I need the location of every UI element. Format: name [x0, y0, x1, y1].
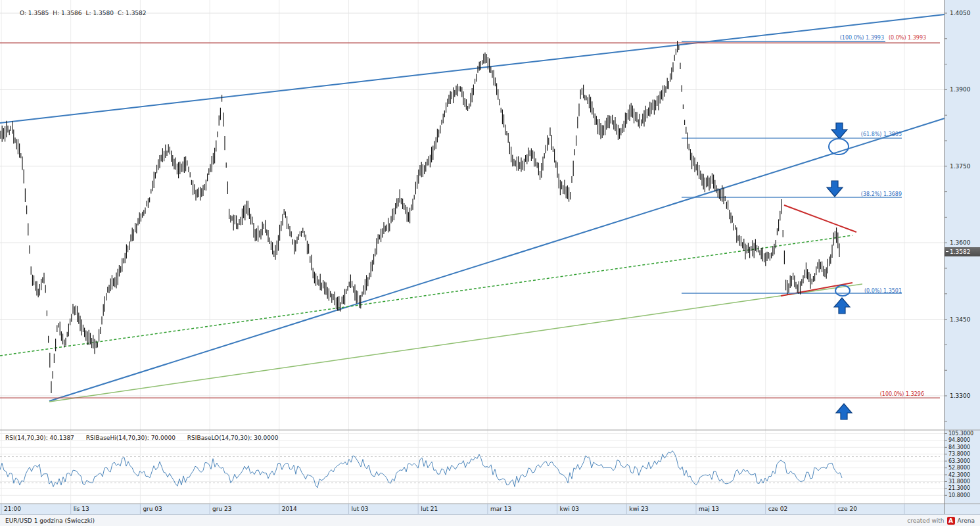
rsi-base-levels [0, 457, 940, 483]
horizontal-gridlines [0, 13, 945, 495]
time-tick-label: lut 21 [421, 506, 438, 512]
time-tick-label: lis 13 [74, 506, 89, 512]
time-tick-label: 21:00 [4, 506, 21, 512]
trading-chart-window: O: 1.3585H: 1.3586L: 1.3580C: 1.3582 RSI… [0, 0, 980, 526]
upper-channel-line[interactable] [0, 14, 945, 123]
rsi-tick-label: 105.3000 [948, 431, 973, 437]
time-tick-label: 2014 [282, 506, 297, 512]
fib-level-label: (100.0%) 1.3296 [880, 391, 924, 397]
fib-level-label: (0.0%) 1.3993 [889, 35, 926, 41]
rsi-tick-label: 21.3000 [948, 485, 970, 491]
last-price-badge: 1.3582 [945, 247, 980, 256]
rsi-value: RSIBaseHi(14,70,30): 70.0000 [86, 435, 175, 441]
rsi-value: RSIBaseLO(14,70,30): 30.0000 [187, 435, 279, 441]
time-tick-label: maj 13 [699, 506, 719, 512]
triangle-upper-line[interactable] [784, 205, 856, 232]
status-bar: EUR/USD 1 godzina (Świeczki) created wit… [0, 514, 980, 526]
ohlc-value: L: 1.3580 [85, 10, 113, 16]
price-tick-label: 1.3900 [950, 86, 971, 93]
price-tick-label: 1.3750 [950, 163, 971, 170]
arrow-up-icon[interactable] [834, 298, 850, 314]
chart-canvas[interactable] [0, 0, 980, 526]
time-tick-label: cze 02 [768, 506, 788, 512]
arrow-up-icon[interactable] [836, 404, 852, 419]
credit-brand-label: Arena [958, 517, 975, 524]
credit-line: created with A Arena [907, 517, 975, 525]
rsi-tick-label: 10.8000 [948, 492, 970, 498]
time-tick-label: lut 03 [352, 506, 369, 512]
rsi-tick-label: 52.8000 [948, 465, 970, 471]
fib-level-label: (61.8%) 1.3805 [861, 132, 902, 137]
price-tick-label: 1.3600 [950, 239, 971, 246]
annotations[interactable] [827, 123, 852, 419]
rsi-path[interactable] [0, 451, 842, 488]
vertical-gridlines [1, 0, 904, 504]
trendlines[interactable] [0, 14, 945, 402]
arena-logo-icon: A [947, 517, 955, 525]
rsi-tick-label: 63.3000 [948, 458, 970, 464]
ohlc-readout: O: 1.3585H: 1.3586L: 1.3580C: 1.3582 [20, 10, 151, 16]
fib-level-label: (100.0%) 1.3993 [840, 35, 884, 41]
rsi-tick-label: 84.3000 [948, 444, 970, 450]
price-tick-label: 1.4050 [950, 10, 971, 16]
arrow-down-icon[interactable] [831, 123, 847, 139]
green-solid-trendline[interactable] [49, 284, 862, 402]
rsi-tick-label: 42.3000 [948, 472, 970, 478]
ohlc-value: O: 1.3585 [20, 10, 49, 16]
time-tick-label: kwi 03 [560, 506, 579, 512]
instrument-timeframe-label: EUR/USD 1 godzina (Świeczki) [5, 517, 95, 524]
rsi-tick-label: 73.8000 [948, 451, 970, 457]
ohlc-value: C: 1.3582 [118, 10, 147, 16]
time-axis-strip[interactable] [0, 504, 945, 514]
candlestick-series[interactable] [1, 41, 839, 393]
lower-channel-line[interactable] [49, 118, 945, 401]
price-tick-label: 1.3450 [950, 316, 971, 323]
candles-path[interactable] [1, 41, 839, 393]
time-tick-label: gru 03 [143, 506, 162, 512]
rsi-line[interactable] [0, 451, 842, 488]
time-tick-label: cze 20 [837, 506, 857, 512]
rsi-tick-label: 94.8000 [948, 437, 970, 443]
green-dotted-trendline[interactable] [0, 235, 852, 356]
time-tick-label: kwi 23 [629, 506, 648, 512]
time-tick-label: mar 13 [490, 506, 511, 512]
rsi-indicator-readout: RSI(14,70,30): 40.1387RSIBaseHi(14,70,30… [5, 435, 290, 441]
rsi-tick-label: 31.8000 [948, 479, 970, 485]
fib-level-label: (0.0%) 1.3501 [864, 288, 902, 294]
time-tick-label: gru 23 [212, 506, 231, 512]
credit-prefix-label: created with [907, 517, 944, 524]
fib-level-label: (38.2%) 1.3689 [861, 191, 902, 197]
arrow-down-icon[interactable] [827, 181, 843, 197]
price-tick-label: 1.3300 [950, 393, 971, 399]
rsi-value: RSI(14,70,30): 40.1387 [5, 435, 74, 441]
ohlc-value: H: 1.3586 [53, 10, 82, 16]
